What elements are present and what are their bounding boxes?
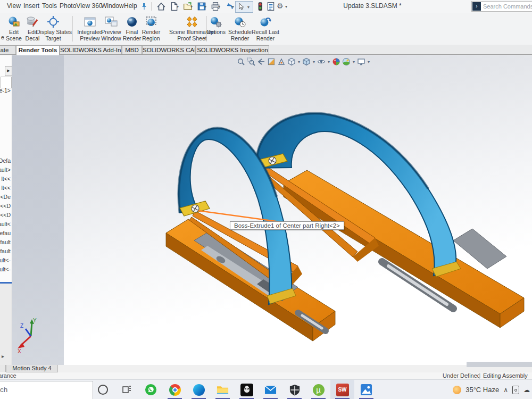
render-region-button[interactable]: RenderRegion: [139, 14, 163, 43]
tray-chevron-up-icon[interactable]: ∧: [503, 386, 508, 394]
tab-scroll-stub[interactable]: [0, 365, 6, 372]
viewport-scroll-corner: [467, 362, 532, 367]
constraint-status: Under Defined: [443, 372, 480, 379]
assembly-model[interactable]: Y X Z: [12, 55, 532, 365]
alienware-button[interactable]: [235, 380, 259, 399]
edge-button[interactable]: [187, 380, 211, 399]
menu-insert[interactable]: Insert: [23, 2, 39, 10]
tree-item[interactable]: ault<: [0, 221, 11, 227]
panel-scroll-arrow[interactable]: ▸: [2, 353, 4, 359]
left-base-part[interactable]: [166, 219, 335, 341]
defender-button[interactable]: [282, 380, 306, 399]
rebuild-traffic-light-icon[interactable]: [255, 2, 265, 11]
feature-manager-panel[interactable]: ▶ e-1> Defa ault> lt<< lt<< <De <<D <<D …: [0, 55, 12, 365]
tree-item[interactable]: lt<<: [1, 176, 11, 182]
cortana-button[interactable]: [91, 380, 115, 399]
tree-item[interactable]: fault: [0, 239, 11, 245]
recall-last-render-icon: [259, 15, 272, 28]
tab-mbd[interactable]: MBD: [122, 45, 142, 54]
new-dropdown-caret[interactable]: ▾: [177, 4, 179, 9]
file-explorer-button[interactable]: [211, 380, 235, 399]
tree-item[interactable]: <<D: [0, 203, 11, 209]
photos-icon: [360, 384, 372, 396]
options-gear-icon[interactable]: ⚙: [277, 2, 284, 10]
tree-item[interactable]: Defa: [0, 157, 11, 164]
solidworks-button[interactable]: SW: [330, 380, 354, 399]
home-icon[interactable]: [156, 2, 166, 11]
utorrent-button[interactable]: µ: [306, 380, 330, 399]
select-dropdown-caret[interactable]: ▾: [247, 5, 250, 10]
mail-icon: [264, 385, 277, 395]
search-commands-placeholder: Search Commands: [483, 3, 532, 10]
tab-render-tools[interactable]: Render Tools: [16, 45, 60, 55]
your-phone-icon[interactable]: [512, 386, 519, 394]
defender-shield-icon: [289, 384, 300, 396]
tree-root-item[interactable]: e-1>: [0, 87, 11, 94]
solidworks-icon: SW: [336, 384, 349, 396]
clipped-ribbon-label: e: [1, 34, 4, 40]
menu-tools[interactable]: Tools: [42, 2, 57, 10]
toolbar-divider: [151, 2, 152, 11]
mail-button[interactable]: [259, 380, 282, 399]
edit-scene-icon: [7, 15, 20, 28]
reference-triad: Y X Z: [18, 318, 37, 354]
windows-taskbar: Type here to search: [0, 379, 532, 399]
triad-y-label: Y: [33, 318, 37, 323]
file-explorer-icon: [217, 385, 229, 395]
pin-icon[interactable]: [140, 3, 148, 10]
alienware-icon: [240, 384, 253, 396]
panel-flyout-arrow-button[interactable]: ▶: [5, 66, 12, 76]
menu-photoview[interactable]: PhotoView 360: [60, 2, 103, 10]
tree-item[interactable]: <De: [0, 194, 11, 200]
task-view-button[interactable]: [115, 380, 139, 399]
tab-evaluate[interactable]: Evaluate: [0, 45, 16, 54]
graphics-viewport[interactable]: ▾ ▾ ▾ ▾ ▾: [12, 55, 532, 365]
onedrive-cloud-icon[interactable]: ☁: [523, 386, 530, 394]
tree-filter-box[interactable]: [1, 77, 12, 88]
tab-solidworks-cam[interactable]: SOLIDWORKS CAM: [142, 45, 196, 54]
whatsapp-icon: [145, 384, 157, 396]
print-dropdown-caret[interactable]: ▾: [218, 4, 220, 9]
whatsapp-button[interactable]: [139, 380, 163, 399]
photos-button[interactable]: [354, 380, 378, 399]
tree-item[interactable]: fault: [0, 248, 11, 254]
options-button[interactable]: Options: [204, 14, 228, 43]
tab-solidworks-inspection[interactable]: SOLIDWORKS Inspection: [196, 45, 269, 54]
tree-item[interactable]: ult<-: [0, 257, 11, 263]
motion-study-tab[interactable]: Motion Study 4: [6, 365, 58, 372]
task-view-icon: [122, 385, 131, 394]
display-states-target-icon: [47, 15, 60, 28]
tab-solidworks-addins[interactable]: SOLIDWORKS Add-Ins: [60, 45, 122, 54]
utorrent-icon: µ: [313, 384, 325, 396]
select-tool-button[interactable]: ▾: [235, 1, 253, 13]
save-dropdown-caret[interactable]: ▾: [204, 4, 206, 9]
tree-item[interactable]: ult<-: [0, 266, 11, 272]
taskbar-search-box[interactable]: Type here to search: [0, 381, 93, 399]
component-tooltip: Boss-Extrude1 of Center part Right<2>: [230, 221, 344, 230]
display-states-target-button[interactable]: Display StatesTarget: [36, 14, 70, 43]
preview-window-icon: [105, 15, 118, 28]
tree-item[interactable]: <<D: [0, 212, 11, 218]
search-flyout-icon[interactable]: ›: [472, 2, 481, 11]
tree-item[interactable]: lt<<: [1, 185, 11, 191]
open-dropdown-caret[interactable]: ▾: [190, 4, 193, 9]
title-bar: View Insert Tools PhotoView 360 Window H…: [0, 0, 532, 13]
recall-last-render-button[interactable]: Recall LastRender: [249, 14, 282, 43]
tree-item[interactable]: Defau: [0, 230, 11, 236]
edit-scene-button[interactable]: EditScene: [4, 14, 23, 43]
search-commands-box[interactable]: › Search Commands: [471, 1, 532, 12]
tree-item[interactable]: ault>: [0, 167, 11, 173]
menu-help[interactable]: Help: [124, 2, 137, 10]
motion-study-tab-bar: Motion Study 4: [0, 365, 532, 373]
menu-view[interactable]: View: [7, 2, 21, 10]
taskbar-search-text: Type here to search: [0, 386, 7, 394]
menu-window[interactable]: Window: [101, 2, 124, 10]
undo-dropdown-caret[interactable]: ▾: [232, 4, 234, 9]
integrated-preview-icon: [84, 15, 96, 28]
options-dropdown-caret[interactable]: ▾: [285, 4, 287, 9]
file-properties-icon[interactable]: [266, 2, 276, 11]
chrome-button[interactable]: [163, 380, 187, 399]
final-render-icon: [126, 15, 138, 28]
weather-status[interactable]: 35°C Haze: [466, 386, 499, 394]
scene-illumination-icon: [186, 15, 198, 28]
